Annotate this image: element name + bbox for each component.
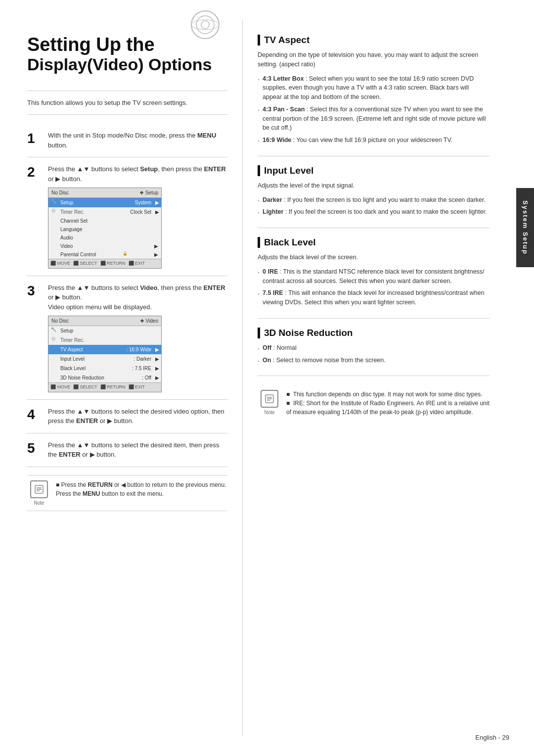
note-box-right: Note ■ This function depends on disc typ…	[258, 385, 490, 417]
svg-point-2	[201, 21, 209, 29]
right-column: TV Aspect Depending on the type of telev…	[242, 20, 509, 736]
section-title-tv-aspect: TV Aspect	[258, 35, 490, 46]
decorative-circles	[178, 10, 222, 49]
svg-point-1	[196, 16, 214, 34]
screen2-row-timer: ⏲ Timer Rec.	[48, 335, 161, 345]
svg-point-0	[191, 11, 219, 39]
screen1-footer: ⬛ MOVE ⬛ SELECT ⬛ RETURN ⬛ EXIT	[48, 259, 161, 268]
section-3d-noise: 3D Noise Reduction Off : Normal On : Sel…	[258, 328, 490, 377]
section-input-level: Input Level Adjusts the level of the inp…	[258, 165, 490, 228]
bullet-on: On : Select to remove noise from the scr…	[258, 356, 490, 365]
screen2-row-setup: 🔧 Setup	[48, 326, 161, 335]
input-level-bullets: Darker : If you feel the screen is too l…	[258, 195, 490, 217]
intro-text: This function allows you to setup the TV…	[27, 99, 227, 115]
note-content: ■ Press the RETURN or ◀ button to return…	[56, 480, 227, 506]
section-tv-aspect: TV Aspect Depending on the type of telev…	[258, 35, 490, 156]
page-footer: English - 29	[475, 734, 509, 741]
bullet-43-panscan: 4:3 Pan - Scan : Select this for a conve…	[258, 105, 490, 133]
black-level-bullets: 0 IRE : This is the standard NTSC refere…	[258, 267, 490, 307]
3d-noise-bullets: Off : Normal On : Select to remove noise…	[258, 343, 490, 365]
bullet-lighter: Lighter : If you feel the screen is too …	[258, 207, 490, 217]
step-2: 2 Press the ▲▼ buttons to select Setup, …	[27, 157, 227, 276]
note-icon	[30, 480, 48, 498]
step-4: 4 Press the ▲▼ buttons to select the des…	[27, 400, 227, 433]
section-black-level: Black Level Adjusts the black level of t…	[258, 237, 490, 319]
note-box: Note ■ Press the RETURN or ◀ button to r…	[27, 475, 227, 511]
input-level-intro: Adjusts the level of the input signal.	[258, 181, 490, 190]
bullet-0ire: 0 IRE : This is the standard NTSC refere…	[258, 267, 490, 286]
step-1: 1 With the unit in Stop mode/No Disc mod…	[27, 124, 227, 157]
side-tab: System Setup	[516, 188, 534, 267]
screen2-row-input: Input Level : Darker ▶	[48, 354, 161, 364]
section-title-3d-noise: 3D Noise Reduction	[258, 328, 490, 338]
note-icon-right	[261, 390, 278, 408]
bullet-off: Off : Normal	[258, 343, 490, 353]
screen2-row-noise: 3D Noise Reduction : Off ▶	[48, 373, 161, 382]
screen1-header: No Disc❖ Setup	[48, 188, 161, 198]
step-3: 3 Press the ▲▼ buttons to select Video, …	[27, 276, 227, 400]
screen1-row-timer: ⏲ Timer Rec. Clock Set ▶	[48, 207, 161, 217]
section-title-input-level: Input Level	[258, 165, 490, 176]
bullet-43-letterbox: 4:3 Letter Box : Select when you want to…	[258, 74, 490, 102]
svg-point-3	[191, 20, 219, 30]
bullet-169-wide: 16:9 Wide : You can view the full 16:9 p…	[258, 136, 490, 145]
screen2-footer: ⬛ MOVE ⬛ SELECT ⬛ RETURN ⬛ EXIT	[48, 382, 161, 392]
tv-aspect-bullets: 4:3 Letter Box : Select when you want to…	[258, 74, 490, 145]
screen2-row-black: Black Level : 7.5 IRE ▶	[48, 364, 161, 373]
bullet-darker: Darker : If you feel the screen is too l…	[258, 195, 490, 205]
screen1-row-setup: 🔧 Setup System ▶	[48, 198, 161, 207]
bullet-75ire: 7.5 IRE : This will enhance the black le…	[258, 288, 490, 307]
note-label-right: Note	[264, 410, 274, 415]
black-level-intro: Adjusts the black level of the screen.	[258, 253, 490, 262]
section-title-black-level: Black Level	[258, 237, 490, 248]
note-content-right: ■ This function depends on disc type. It…	[286, 390, 490, 417]
screen2-row-tvaspect: TV Aspect : 16:9 Wide ▶	[48, 345, 161, 354]
step-5: 5 Press the ▲▼ buttons to select the des…	[27, 433, 227, 467]
note-label: Note	[34, 500, 44, 506]
tv-aspect-intro: Depending on the type of television you …	[258, 50, 490, 69]
screen2-header: No Disc❖ Video	[48, 316, 161, 326]
left-column: Setting Up the Display(Video) Options Th…	[0, 20, 242, 736]
